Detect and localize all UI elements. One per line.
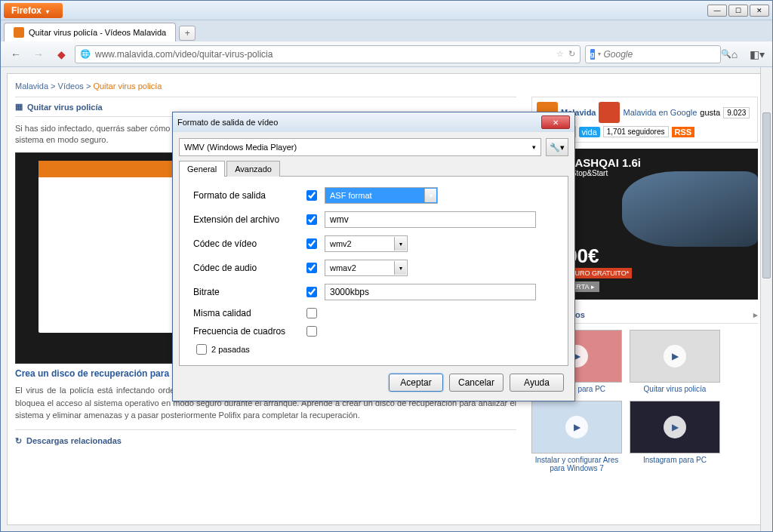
bitrate-input[interactable] <box>325 284 536 300</box>
google-icon: g <box>590 49 595 60</box>
play-icon: ▶ <box>664 416 686 438</box>
check-bitrate[interactable] <box>306 287 317 297</box>
gplus-icon[interactable] <box>599 102 620 123</box>
url-input[interactable] <box>95 49 552 60</box>
label-audio-codec: Códec de audio <box>193 263 299 273</box>
breadcrumb-link[interactable]: Malavida <box>15 81 48 91</box>
dialog-form: Formato de salida ASF format▾ Extensión … <box>179 177 568 366</box>
tab-title: Quitar virus policía - Vídeos Malavida <box>29 28 166 37</box>
format-dropdown[interactable]: WMV (Windows Media Player) ▾ <box>179 138 541 156</box>
chevron-down-icon: ▾ <box>532 143 536 151</box>
output-format-select[interactable]: ASF format▾ <box>325 187 438 204</box>
video-item[interactable]: ▶Instalar y configurar Ares para Windows… <box>531 401 622 472</box>
help-button[interactable]: Ayuda <box>510 374 564 392</box>
ok-button[interactable]: Aceptar <box>389 374 443 392</box>
chevron-down-icon: ▾ <box>394 237 406 251</box>
new-tab-button[interactable]: + <box>179 26 196 41</box>
reload-icon[interactable]: ↻ <box>568 49 575 59</box>
globe-icon: 🌐 <box>80 49 91 59</box>
video-item[interactable]: ▶Quitar virus policía <box>630 330 720 393</box>
check-two-pass[interactable] <box>196 344 207 355</box>
maximize-button[interactable]: ☐ <box>728 5 748 17</box>
cancel-button[interactable]: Cancelar <box>449 374 504 392</box>
related-heading: ↻ Descargas relacionadas <box>15 429 516 449</box>
firefox-menu-button[interactable]: Firefox <box>4 3 63 18</box>
rss-badge[interactable]: RSS <box>672 127 695 137</box>
url-bar[interactable]: 🌐 ☆ ↻ <box>75 45 581 63</box>
label-bitrate: Bitrate <box>193 287 299 297</box>
check-audio-codec[interactable] <box>306 263 317 273</box>
check-output-format[interactable] <box>306 190 317 201</box>
titlebar: Firefox — ☐ ✕ <box>1 1 772 20</box>
breadcrumb: Malavida > Vídeos > Quitar virus policía <box>15 81 758 91</box>
nav-toolbar: ← → ◆ 🌐 ☆ ↻ g ▾ 🔍 ⌂ ◧▾ <box>1 42 772 67</box>
like-count: 9.023 <box>723 107 750 118</box>
tab-general[interactable]: General <box>179 161 225 177</box>
label-framerate: Frecuencia de cuadros <box>193 326 299 337</box>
chevron-right-icon[interactable]: ▸ <box>753 310 758 320</box>
tab-bar: Quitar virus policía - Vídeos Malavida + <box>1 20 772 42</box>
bookmark-star-icon[interactable]: ☆ <box>556 49 564 59</box>
bookmarks-button[interactable]: ◧▾ <box>748 45 766 63</box>
video-item[interactable]: ▶Instagram para PC <box>630 401 720 472</box>
dialog-close-button[interactable]: ✕ <box>541 115 570 129</box>
close-button[interactable]: ✕ <box>750 5 769 17</box>
dialog-titlebar[interactable]: Formato de salida de vídeo ✕ <box>173 112 574 132</box>
check-same-quality[interactable] <box>306 308 317 318</box>
settings-button[interactable]: 🔧▾ <box>546 138 568 156</box>
followers-count: 1,701 seguidores <box>603 126 669 137</box>
film-icon: ▦ <box>15 102 23 112</box>
label-two-pass: 2 pasadas <box>211 345 250 354</box>
label-output-format: Formato de salida <box>193 190 299 201</box>
chevron-down-icon: ▾ <box>394 261 406 275</box>
addon-icon[interactable]: ◆ <box>52 45 70 63</box>
label-video-codec: Códec de vídeo <box>193 238 299 249</box>
check-file-ext[interactable] <box>306 214 317 225</box>
scrollbar[interactable] <box>760 67 772 531</box>
play-icon: ▶ <box>565 416 588 438</box>
file-ext-input[interactable] <box>325 211 536 228</box>
refresh-icon: ↻ <box>15 436 22 446</box>
car-image <box>622 171 758 247</box>
audio-codec-select[interactable]: wmav2▾ <box>325 260 408 276</box>
chevron-down-icon[interactable]: ▾ <box>598 51 601 57</box>
favicon-icon <box>14 27 24 38</box>
video-codec-select[interactable]: wmv2▾ <box>325 235 408 252</box>
wrench-icon: 🔧▾ <box>550 143 565 152</box>
search-input[interactable] <box>604 49 718 60</box>
label-same-quality: Misma calidad <box>193 308 299 318</box>
search-bar[interactable]: g ▾ 🔍 <box>585 45 721 63</box>
home-button[interactable]: ⌂ <box>725 45 744 63</box>
tab-advanced[interactable]: Avanzado <box>226 161 280 177</box>
check-framerate[interactable] <box>306 326 317 337</box>
video-format-dialog: Formato de salida de vídeo ✕ WMV (Window… <box>172 112 575 401</box>
breadcrumb-current: Quitar virus policía <box>93 81 162 91</box>
browser-tab[interactable]: Quitar virus policía - Vídeos Malavida <box>4 23 176 42</box>
chevron-down-icon: ▾ <box>424 189 436 202</box>
breadcrumb-link[interactable]: Vídeos <box>58 81 84 91</box>
scrollbar-thumb[interactable] <box>762 112 771 278</box>
label-file-ext: Extensión del archivo <box>193 214 299 225</box>
play-icon: ▶ <box>664 345 686 367</box>
minimize-button[interactable]: — <box>707 5 727 17</box>
check-video-codec[interactable] <box>306 238 317 249</box>
dialog-title: Formato de salida de vídeo <box>177 118 278 127</box>
back-button[interactable]: ← <box>7 45 25 63</box>
forward-button[interactable]: → <box>29 45 48 63</box>
